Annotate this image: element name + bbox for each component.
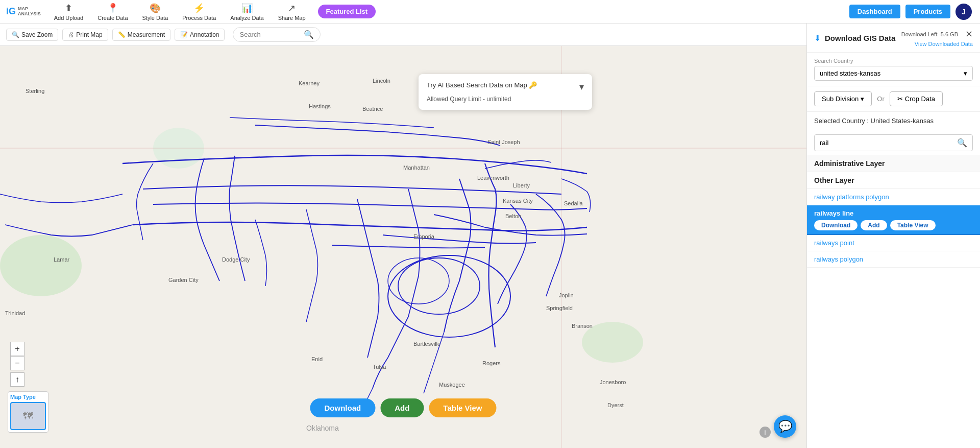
download-left-info: Download Left:-5.6 GB <box>901 31 958 37</box>
style-icon: 🎨 <box>150 3 161 14</box>
bottom-download-button[interactable]: Download <box>310 398 376 417</box>
map-search-input[interactable] <box>239 31 301 38</box>
crop-icon: ✂ <box>897 95 903 103</box>
crop-data-label: Crop Data <box>905 95 935 103</box>
nav-create-data[interactable]: 📍 Create Data <box>90 3 135 21</box>
search-icon: 🔍 <box>304 30 314 39</box>
layer-table-view-button[interactable]: Table View <box>890 220 936 230</box>
layer-railways-line[interactable]: railways line Download Add Table View <box>807 205 980 235</box>
save-zoom-label: Save Zoom <box>21 31 53 38</box>
panel-close-button[interactable]: ✕ <box>965 29 973 40</box>
upload-icon: ⬆ <box>65 3 72 14</box>
other-layer-header: Other Layer <box>807 172 980 189</box>
nav-right: Dashboard Products J <box>849 4 980 20</box>
railways-line-actions: Download Add Table View <box>814 220 973 230</box>
subdivision-area: Sub Division ▾ Or ✂ Crop Data <box>807 86 980 112</box>
annotation-button[interactable]: 📝 Annotation <box>175 29 225 41</box>
bottom-add-button[interactable]: Add <box>380 398 424 417</box>
panel-header: ⬇ Download GIS Data Download Left:-5.6 G… <box>807 23 980 53</box>
process-icon: ⚡ <box>193 3 205 14</box>
nav-process-data[interactable]: ⚡ Process Data <box>175 3 223 21</box>
user-avatar[interactable]: J <box>955 4 972 20</box>
app-logo: iG MAP ANALYSIS <box>0 6 47 17</box>
svg-point-1 <box>0 235 82 296</box>
print-icon: 🖨 <box>68 31 74 38</box>
download-gis-panel: ⬇ Download GIS Data Download Left:-5.6 G… <box>806 23 980 448</box>
nav-analyze-data-label: Analyze Data <box>230 15 263 21</box>
admin-layer-header: Administrative Layer <box>807 155 980 172</box>
nav-style-data-label: Style Data <box>142 15 168 21</box>
layer-add-button[interactable]: Add <box>861 220 887 230</box>
nav-add-upload-label: Add Upload <box>54 15 84 21</box>
or-text: Or <box>877 95 884 103</box>
nav-process-data-label: Process Data <box>182 15 216 21</box>
nav-share-map-label: Share Map <box>278 15 306 21</box>
save-zoom-button[interactable]: 🔍 Save Zoom <box>6 29 58 41</box>
nav-create-data-label: Create Data <box>97 15 128 21</box>
country-value: united states-kansas <box>820 69 880 77</box>
svg-point-3 <box>582 322 643 363</box>
search-country-area: Search Country united states-kansas ▾ <box>807 53 980 86</box>
subdivision-button[interactable]: Sub Division ▾ <box>814 91 872 106</box>
print-map-button[interactable]: 🖨 Print Map <box>62 29 108 41</box>
save-zoom-icon: 🔍 <box>12 31 19 38</box>
map-area[interactable]: Kearney Lincoln Hastings Beatrice Lamar … <box>0 46 806 448</box>
dashboard-button[interactable]: Dashboard <box>849 5 900 18</box>
layer-railways-point[interactable]: railways point <box>807 235 980 251</box>
layer-download-button[interactable]: Download <box>814 220 857 230</box>
ai-popup-row: Try AI Based Search Data on Map 🔑 ▾ <box>427 81 584 92</box>
bottom-table-view-button[interactable]: Table View <box>429 398 496 417</box>
panel-download-icon: ⬇ <box>814 33 821 43</box>
info-icon[interactable]: i <box>760 427 771 438</box>
annotation-icon: 📝 <box>180 31 188 38</box>
search-country-dropdown[interactable]: united states-kansas ▾ <box>814 66 973 81</box>
analyze-icon: 📊 <box>241 3 253 14</box>
subdiv-arrow: ▾ <box>861 95 864 103</box>
layer-railway-platforms-polygon[interactable]: railway platforms polygon <box>807 189 980 205</box>
compass-button[interactable]: ↑ <box>10 372 24 387</box>
panel-title: Download GIS Data <box>825 34 895 42</box>
logo-subtitle: MAP ANALYSIS <box>18 7 41 17</box>
products-button[interactable]: Products <box>905 5 950 18</box>
map-type-box: Map Type 🗺 <box>8 391 48 433</box>
nav-share-map[interactable]: ↗ Share Map <box>271 3 313 21</box>
railways-line-label: railways line <box>814 209 973 217</box>
search-layer-area[interactable]: 🔍 <box>814 134 973 151</box>
annotation-label: Annotation <box>190 31 219 38</box>
zoom-in-button[interactable]: + <box>10 342 24 356</box>
country-dropdown-arrow: ▾ <box>964 69 967 77</box>
chat-bubble[interactable]: 💬 <box>774 415 796 438</box>
measurement-icon: 📏 <box>118 31 126 38</box>
bottom-action-bar: Download Add Table View <box>310 398 497 417</box>
top-navigation: iG MAP ANALYSIS ⬆ Add Upload 📍 Create Da… <box>0 0 980 23</box>
map-type-thumbnail[interactable]: 🗺 <box>10 402 46 430</box>
search-layer-icon[interactable]: 🔍 <box>957 138 967 148</box>
measurement-button[interactable]: 📏 Measurement <box>112 29 170 41</box>
ai-popup-sub-text: Allowed Query Limit - unlimited <box>427 96 584 103</box>
zoom-controls: + − ↑ <box>10 342 24 387</box>
logo-ig: iG <box>6 6 16 17</box>
nav-analyze-data[interactable]: 📊 Analyze Data <box>223 3 271 21</box>
crop-data-button[interactable]: ✂ Crop Data <box>890 91 943 106</box>
zoom-out-button[interactable]: − <box>10 356 24 370</box>
print-map-label: Print Map <box>76 31 102 38</box>
nav-add-upload[interactable]: ⬆ Add Upload <box>47 3 91 21</box>
measurement-label: Measurement <box>128 31 165 38</box>
ai-popup-main-text: Try AI Based Search Data on Map 🔑 <box>427 81 579 89</box>
ai-popup-chevron[interactable]: ▾ <box>579 81 584 92</box>
layer-railways-polygon[interactable]: railways polygon <box>807 251 980 268</box>
map-type-label: Map Type <box>10 394 46 400</box>
search-country-label: Search Country <box>814 58 973 64</box>
rail-lines-svg <box>0 46 806 448</box>
share-icon: ↗ <box>288 3 296 14</box>
view-downloaded-link[interactable]: View Downloaded Data <box>915 41 973 47</box>
nav-style-data[interactable]: 🎨 Style Data <box>135 3 176 21</box>
selected-country-text: Selected Country : United States-kansas <box>807 112 980 130</box>
subdiv-label: Sub Division <box>822 95 859 103</box>
create-icon: 📍 <box>107 3 118 14</box>
featured-list-button[interactable]: Featured List <box>318 5 376 18</box>
search-layer-input[interactable] <box>820 139 957 147</box>
ai-search-popup: Try AI Based Search Data on Map 🔑 ▾ Allo… <box>419 74 592 110</box>
map-search-box[interactable]: 🔍 <box>233 27 321 42</box>
